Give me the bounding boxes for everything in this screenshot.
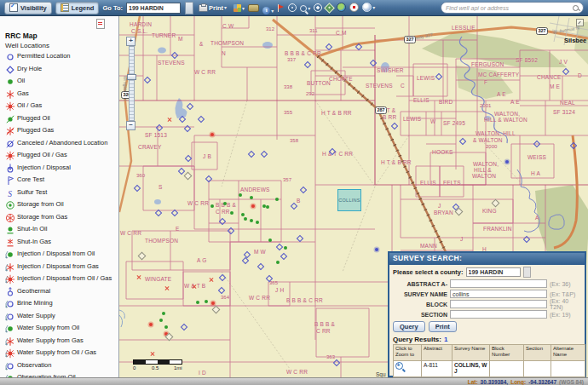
oil-gas-well-marker[interactable] — [251, 204, 255, 208]
oil-well-marker[interactable] — [250, 196, 253, 199]
county-dropdown-stub[interactable] — [523, 267, 531, 278]
oil-gas-well-marker[interactable] — [210, 133, 214, 136]
gas-well-marker[interactable] — [192, 284, 197, 289]
map-label: I D — [199, 370, 206, 376]
zoom-slider-thumb[interactable] — [127, 74, 136, 80]
info-button[interactable]: i▾ — [261, 7, 275, 14]
layers-diamond-icon — [324, 3, 335, 14]
oil-well-marker[interactable] — [275, 198, 279, 201]
long-label: Long: — [510, 379, 526, 385]
legend-item: Gas — [0, 89, 118, 101]
highway-shield: 327 — [536, 27, 548, 35]
county-select-label: Please select a county: — [393, 268, 464, 276]
oil-well-marker[interactable] — [239, 193, 242, 197]
legend-item-label: Brine Mining — [17, 299, 117, 307]
map-label: B B B & C RR — [286, 297, 323, 303]
oil-well-marker[interactable] — [284, 246, 287, 250]
map-label: A G — [197, 257, 206, 263]
oil-well-marker[interactable] — [162, 312, 165, 315]
crosshair-button[interactable] — [286, 3, 298, 12]
oil-well-marker[interactable] — [241, 213, 245, 216]
gas-well-marker[interactable] — [164, 285, 170, 290]
settings-sun-button[interactable] — [312, 3, 324, 12]
layers-diamond-button[interactable] — [324, 4, 335, 12]
resize-arrows-icon[interactable] — [576, 19, 584, 26]
panel-print-button[interactable]: Print — [429, 321, 457, 332]
oil-well-marker[interactable] — [205, 300, 208, 303]
oil-well-marker[interactable] — [223, 202, 227, 205]
flag-button[interactable] — [275, 4, 286, 12]
oil-well-marker[interactable] — [256, 221, 259, 224]
gas-well-marker[interactable] — [136, 274, 141, 279]
legend-item-label: Sulfur Test — [17, 188, 117, 197]
crosshair-icon — [288, 3, 297, 12]
map-label: W C RR — [194, 69, 216, 75]
survey-name-input[interactable] — [450, 290, 547, 298]
oil-gas-well-marker[interactable] — [149, 323, 153, 326]
search-input[interactable] — [446, 5, 573, 11]
oil-well-marker[interactable] — [196, 301, 199, 304]
highlighted-survey-collins[interactable]: COLLINS — [337, 189, 361, 211]
history-clock-button[interactable]: ▾ — [360, 3, 377, 12]
legend-item-label: Storage from Oil — [17, 200, 117, 209]
collins-box-label: COLLINS — [338, 198, 360, 203]
goto-input[interactable] — [126, 3, 181, 14]
legend-item-label: Permitted Location — [17, 52, 117, 60]
zoom-out-button[interactable]: − — [126, 121, 135, 130]
legend-item-label: Dry Hole — [17, 65, 117, 73]
map-label: N — [222, 50, 226, 56]
map-label: 311 — [309, 28, 318, 33]
abstract-a-input[interactable] — [450, 279, 547, 288]
legend-item-label: Injection / Disposal — [17, 164, 117, 172]
measure-tool-icon — [248, 4, 259, 12]
goto-dropdown-stub[interactable] — [185, 2, 193, 14]
oil-gas-well-marker[interactable] — [211, 302, 215, 305]
print-button[interactable]: Print ▾ — [197, 4, 228, 12]
injection-well-marker[interactable] — [505, 160, 509, 164]
zoom-in-button[interactable]: + — [126, 37, 135, 46]
oil-well-marker[interactable] — [250, 219, 253, 222]
zoom-to-result-icon[interactable] — [395, 362, 403, 370]
section-input[interactable] — [450, 310, 547, 319]
abstract-a-label: ABSTRACT A- — [393, 281, 450, 287]
legend-item: Injection / Disposal — [0, 163, 118, 175]
svg-text:S: S — [8, 189, 12, 198]
oil-well-marker[interactable] — [230, 211, 233, 215]
lat-label: Lat: — [468, 379, 478, 385]
zoom-tool-button[interactable]: ▾ — [298, 5, 312, 12]
oil-well-marker[interactable] — [276, 261, 280, 264]
map-label: STEVENS — [158, 60, 185, 66]
legend-item: Oil — [0, 76, 118, 89]
water-supply-from-oil-icon — [3, 324, 17, 334]
oil-well-marker[interactable] — [266, 205, 269, 209]
injection-well-marker[interactable] — [375, 248, 378, 251]
block-input[interactable] — [450, 300, 547, 308]
gas-well-marker[interactable] — [209, 277, 214, 282]
map-label: ELLIS — [420, 180, 436, 186]
map-label: HOOKS — [432, 149, 453, 155]
legend-button-label: Legend — [72, 4, 95, 12]
oil-well-marker[interactable] — [268, 238, 272, 242]
globe-button[interactable] — [335, 3, 348, 12]
legend-button[interactable]: Legend — [55, 2, 100, 14]
query-button[interactable]: Query — [393, 321, 425, 332]
results-column-header: Survey Name — [453, 345, 490, 361]
map-label: THOMPSON — [145, 238, 178, 244]
gas-well-marker[interactable] — [167, 117, 172, 122]
visibility-button[interactable]: Visibility — [4, 2, 52, 14]
basemap-grid-button[interactable]: ▾ — [232, 4, 246, 12]
oil-well-marker[interactable] — [164, 325, 168, 329]
gas-well-marker[interactable] — [150, 351, 155, 356]
record-button[interactable] — [348, 3, 360, 12]
oil-well-marker[interactable] — [159, 319, 163, 322]
map-label: SF 1513 — [145, 132, 167, 138]
search-icon[interactable] — [573, 5, 579, 11]
zoom-slider-track[interactable] — [129, 46, 135, 121]
oil-well-marker[interactable] — [210, 204, 214, 208]
oil-well-marker[interactable] — [244, 217, 247, 221]
legend-item-label: Water Supply from Oil — [17, 324, 117, 332]
legend-item-label: Plugged Oil / Gas — [17, 151, 117, 159]
export-pdf-icon[interactable] — [96, 19, 105, 29]
county-input[interactable] — [466, 267, 521, 277]
measure-tool-button[interactable] — [246, 4, 261, 12]
